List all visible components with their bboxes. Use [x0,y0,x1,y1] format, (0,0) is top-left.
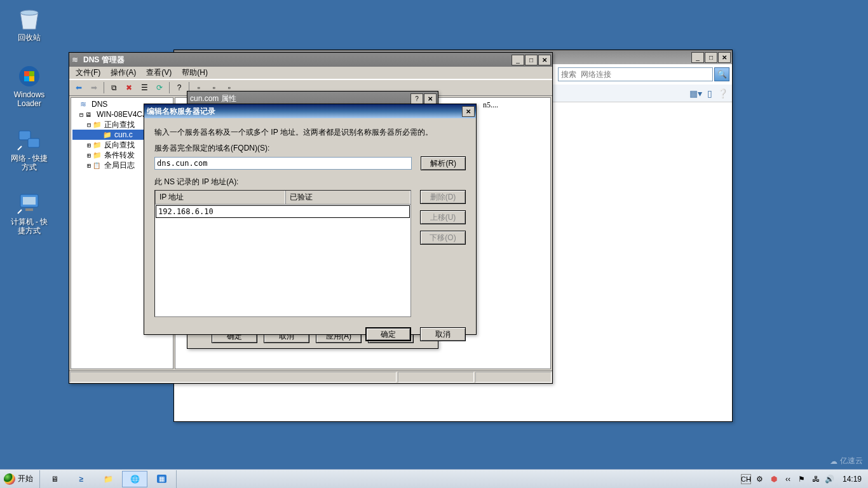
explorer-search-input[interactable] [558,67,713,81]
start-label: 开始 [18,473,33,484]
view-menu-icon[interactable]: ▦▾ [689,88,702,98]
menu-help[interactable]: 帮助(H) [177,66,213,79]
minimize-button[interactable]: _ [691,52,704,63]
clock[interactable]: 14:19 [839,475,865,484]
help-icon[interactable]: ❔ [717,88,728,98]
help-button[interactable]: ? [172,81,186,95]
svg-rect-6 [25,208,33,211]
ns-dialog-body: 输入一个服务器名称及一个或多个 IP 地址。这两者都是识别名称服务器所必需的。 … [144,118,476,350]
ql-powershell[interactable]: ≥ [69,471,94,487]
cancel-button[interactable]: 取消 [420,327,466,341]
tray-icon-2[interactable]: ⬢ [769,474,779,484]
properties-title: cun.com 属性 [190,93,410,104]
watermark: ☁ 亿速云 [830,456,863,466]
ok-button[interactable]: 确定 [365,327,411,341]
move-up-button[interactable]: 上移(U) [420,210,466,224]
svg-rect-5 [23,197,36,205]
loader-icon [14,64,44,89]
edit-ns-record-dialog[interactable]: 编辑名称服务器记录 ✕ 输入一个服务器名称及一个或多个 IP 地址。这两者都是识… [144,104,477,335]
fqdn-label: 服务器完全限定的域名(FQDN)(S): [154,143,466,154]
tray-icon-1[interactable]: ⚙ [755,474,765,484]
fqdn-input[interactable] [154,157,412,170]
ns-titlebar[interactable]: 编辑名称服务器记录 ✕ [144,104,476,118]
ip-edit-row[interactable] [155,205,410,219]
dns-app-icon: ≋ [72,55,81,64]
tray-expand-icon[interactable]: ‹‹ [783,474,793,484]
delete-button[interactable]: 删除(D) [420,190,466,204]
icon-label: Windows Loader [5,90,53,108]
ip-input[interactable] [156,205,410,218]
system-tray: CH ⚙ ⬢ ‹‹ ⚑ 🖧 🔊 14:19 [738,470,868,488]
close-button[interactable]: ✕ [538,55,551,65]
desktop-icon-computer[interactable]: 计算机 - 快 捷方式 [5,191,53,235]
start-orb-icon [4,473,15,485]
tray-sound-icon[interactable]: 🔊 [825,474,835,484]
back-button[interactable]: ⬅ [72,81,86,95]
ql-server-manager[interactable]: 🖥 [42,471,67,487]
move-down-button[interactable]: 下移(O) [420,231,466,245]
icon-label: 计算机 - 快 捷方式 [5,217,53,235]
desktop-icon-network[interactable]: 网络 - 快捷 方式 [5,127,53,172]
icon-label: 网络 - 快捷 方式 [5,154,53,172]
desktop-icon-recycle-bin[interactable]: 回收站 [5,6,53,42]
recycle-bin-icon [14,6,44,32]
svg-point-0 [20,10,38,15]
menu-view[interactable]: 查看(V) [141,66,177,79]
ns-dialog-title: 编辑名称服务器记录 [147,106,462,117]
col-ip[interactable]: IP 地址 [155,191,285,204]
tray-network-icon[interactable]: 🖧 [811,474,821,484]
network-icon [14,127,44,152]
ime-indicator[interactable]: CH [741,474,751,484]
list-header: IP 地址 已验证 [155,191,410,205]
ql-network[interactable]: 🌐 [122,471,147,487]
iplist-label: 此 NS 记录的 IP 地址(A): [154,177,466,187]
minimize-button[interactable]: _ [512,55,524,65]
context-help-button[interactable]: ? [410,93,423,104]
cloud-icon: ☁ [830,457,837,466]
ql-app[interactable]: ▦ [149,471,174,487]
preview-pane-icon[interactable]: ▯ [707,88,712,98]
taskbar[interactable]: 开始 🖥 ≥ 📁 🌐 ▦ CH ⚙ ⬢ ‹‹ ⚑ 🖧 🔊 14:19 [0,469,868,488]
menu-file[interactable]: 文件(F) [71,66,105,79]
dns-title: DNS 管理器 [83,55,512,65]
maximize-button[interactable]: □ [525,55,538,65]
detail-text: n5.... [483,100,498,109]
menu-action[interactable]: 操作(A) [105,66,141,79]
resolve-button[interactable]: 解析(R) [421,156,466,170]
close-button[interactable]: ✕ [718,52,731,63]
dns-menubar: 文件(F) 操作(A) 查看(V) 帮助(H) [69,67,552,79]
quicklaunch: 🖥 ≥ 📁 🌐 ▦ [40,470,177,488]
ip-listbox[interactable]: IP 地址 已验证 [154,190,411,317]
forward-button[interactable]: ➡ [87,81,101,95]
ql-explorer[interactable]: 📁 [95,471,121,487]
maximize-button[interactable]: □ [705,52,717,63]
col-validated[interactable]: 已验证 [285,191,410,204]
computer-icon [14,191,44,216]
dns-titlebar[interactable]: ≋ DNS 管理器 _ □ ✕ [69,53,552,67]
tray-flag-icon[interactable]: ⚑ [797,474,807,484]
properties-button[interactable]: ☰ [137,81,151,95]
refresh-button[interactable]: ⟳ [153,81,166,95]
instruction-text: 输入一个服务器名称及一个或多个 IP 地址。这两者都是识别名称服务器所必需的。 [154,127,466,138]
up-button[interactable]: ⧉ [107,81,121,95]
icon-label: 回收站 [5,33,53,42]
delete-button[interactable]: ✖ [122,81,136,95]
close-button[interactable]: ✕ [424,93,437,104]
close-button[interactable]: ✕ [462,106,475,117]
dns-statusbar [69,370,552,383]
svg-rect-3 [28,139,39,147]
desktop-icon-windows-loader[interactable]: Windows Loader [5,64,53,108]
start-button[interactable]: 开始 [0,470,40,488]
search-button[interactable]: 🔍 [714,67,729,81]
